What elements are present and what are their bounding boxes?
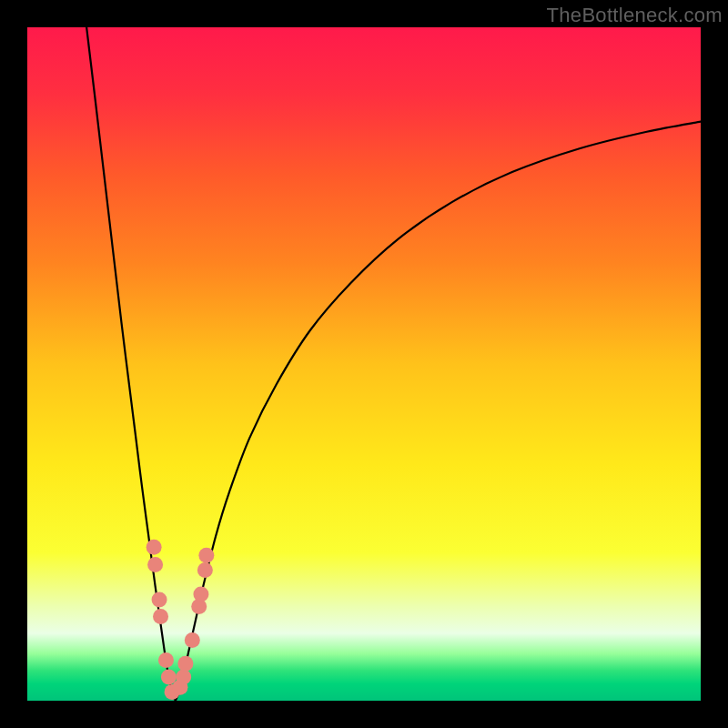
- watermark-text: TheBottleneck.com: [547, 4, 723, 27]
- chart-frame: TheBottleneck.com: [0, 0, 728, 728]
- data-marker: [153, 609, 168, 624]
- data-marker: [176, 670, 191, 685]
- plot-svg: [27, 27, 701, 701]
- gradient-background: [27, 27, 701, 701]
- data-marker: [193, 587, 208, 602]
- data-marker: [152, 592, 167, 608]
- data-marker: [147, 557, 163, 572]
- data-marker: [177, 656, 193, 672]
- data-marker: [158, 652, 174, 668]
- data-marker: [197, 562, 213, 578]
- data-marker: [147, 540, 162, 555]
- data-marker: [185, 632, 200, 648]
- plot-area: [27, 27, 701, 701]
- data-marker: [198, 548, 214, 563]
